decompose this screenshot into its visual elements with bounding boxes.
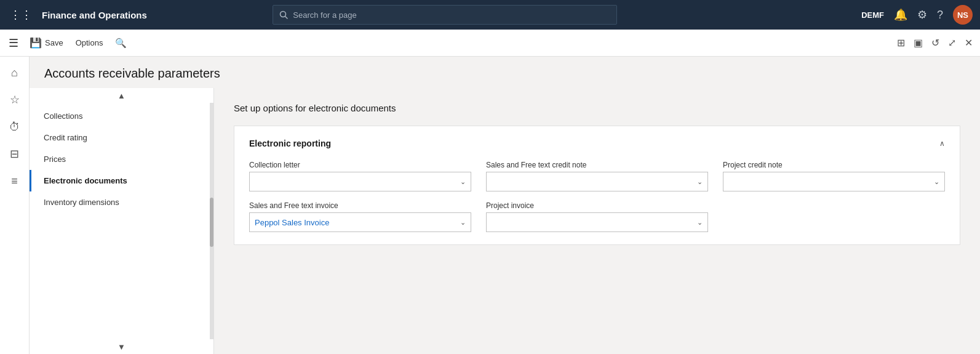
- card-header: Electronic reporting ∧: [249, 139, 945, 148]
- chevron-down-icon: ⌄: [460, 219, 466, 227]
- refresh-icon[interactable]: ↺: [929, 34, 942, 51]
- save-button[interactable]: 💾 Save: [25, 34, 68, 51]
- hamburger-button[interactable]: ☰: [5, 33, 22, 54]
- top-nav-right: DEMF 🔔 ⚙ ? NS: [861, 5, 973, 25]
- main-content: Set up options for electronic documents …: [214, 88, 980, 354]
- scrollbar-thumb: [210, 198, 213, 247]
- label-project-invoice: Project invoice: [486, 201, 708, 210]
- reading-mode-icon[interactable]: ▣: [911, 34, 925, 51]
- page-title-bar: Accounts receivable parameters: [30, 57, 980, 88]
- content-area: Accounts receivable parameters ▲ Collect…: [30, 57, 980, 354]
- left-nav-scrollbar[interactable]: [210, 103, 213, 339]
- action-search-icon[interactable]: 🔍: [110, 35, 132, 51]
- nav-item-credit-rating[interactable]: Credit rating: [30, 127, 213, 148]
- search-placeholder: Search for a page: [293, 10, 356, 20]
- label-project-credit-note: Project credit note: [723, 161, 945, 169]
- expand-icon[interactable]: ⤢: [946, 34, 958, 51]
- inner-layout: ▲ Collections Credit rating Prices Elect…: [30, 88, 980, 354]
- nav-item-prices[interactable]: Prices: [30, 148, 213, 170]
- chevron-down-icon: ⌄: [934, 178, 939, 186]
- select-sales-free-text-invoice-value: Peppol Sales Invoice: [255, 218, 329, 227]
- collapse-icon[interactable]: ∧: [939, 139, 945, 148]
- scroll-down-arrow[interactable]: ▼: [30, 339, 213, 354]
- sidebar-favorites-icon[interactable]: ☆: [4, 89, 26, 111]
- scroll-up-arrow[interactable]: ▲: [30, 88, 213, 103]
- grid-menu-icon[interactable]: ⋮⋮: [7, 6, 34, 24]
- main-layout: ⌂ ☆ ⏱ ⊟ ≡ Accounts receivable parameters…: [0, 57, 980, 354]
- action-bar: ☰ 💾 Save Options 🔍 ⊞ ▣ ↺ ⤢ ✕: [0, 30, 980, 57]
- nav-item-electronic-documents[interactable]: Electronic documents: [30, 170, 213, 191]
- sidebar-modules-icon[interactable]: ≡: [4, 170, 26, 192]
- chevron-down-icon: ⌄: [697, 178, 703, 186]
- nav-item-inventory-dimensions[interactable]: Inventory dimensions: [30, 191, 213, 213]
- select-collection-letter[interactable]: ⌄: [249, 172, 471, 191]
- app-title: Finance and Operations: [42, 10, 147, 20]
- personalize-icon[interactable]: ⊞: [894, 34, 907, 51]
- save-icon: 💾: [30, 37, 42, 49]
- chevron-down-icon: ⌄: [697, 219, 703, 227]
- select-project-credit-note[interactable]: ⌄: [723, 172, 945, 191]
- field-collection-letter: Collection letter ⌄: [249, 161, 471, 191]
- left-nav-panel: ▲ Collections Credit rating Prices Elect…: [30, 88, 214, 354]
- select-sales-free-text-invoice[interactable]: Peppol Sales Invoice ⌄: [249, 212, 471, 232]
- help-icon[interactable]: ?: [937, 9, 943, 22]
- left-nav-items: Collections Credit rating Prices Electro…: [30, 88, 213, 230]
- card-title: Electronic reporting: [249, 139, 331, 148]
- save-label: Save: [45, 38, 63, 47]
- chevron-down-icon: ⌄: [460, 178, 466, 186]
- sidebar-workspaces-icon[interactable]: ⊟: [4, 143, 26, 165]
- search-icon: [279, 10, 288, 19]
- settings-icon[interactable]: ⚙: [917, 8, 927, 22]
- empty-cell: [723, 201, 945, 232]
- form-grid: Collection letter ⌄ Sales and Free text …: [249, 161, 945, 232]
- electronic-reporting-card: Electronic reporting ∧ Collection letter…: [234, 126, 960, 245]
- label-collection-letter: Collection letter: [249, 161, 471, 169]
- global-search-bar[interactable]: Search for a page: [273, 5, 617, 25]
- nav-item-collections[interactable]: Collections: [30, 105, 213, 127]
- action-bar-right: ⊞ ▣ ↺ ⤢ ✕: [894, 34, 975, 51]
- notification-icon[interactable]: 🔔: [894, 8, 907, 22]
- sidebar-home-icon[interactable]: ⌂: [4, 62, 26, 84]
- close-button[interactable]: ✕: [962, 34, 975, 51]
- select-sales-free-text-credit-note[interactable]: ⌄: [486, 172, 708, 191]
- label-sales-free-text-credit-note: Sales and Free text credit note: [486, 161, 708, 169]
- field-sales-free-text-credit-note: Sales and Free text credit note ⌄: [486, 161, 708, 191]
- sidebar-icons: ⌂ ☆ ⏱ ⊟ ≡: [0, 57, 30, 354]
- top-nav: ⋮⋮ Finance and Operations Search for a p…: [0, 0, 980, 30]
- environment-label: DEMF: [861, 10, 884, 20]
- field-project-credit-note: Project credit note ⌄: [723, 161, 945, 191]
- section-heading: Set up options for electronic documents: [234, 103, 960, 113]
- page-title: Accounts receivable parameters: [44, 66, 965, 81]
- sidebar-recent-icon[interactable]: ⏱: [4, 116, 26, 138]
- svg-line-1: [285, 17, 288, 19]
- user-avatar[interactable]: NS: [953, 5, 973, 25]
- label-sales-free-text-invoice: Sales and Free text invoice: [249, 201, 471, 210]
- field-sales-free-text-invoice: Sales and Free text invoice Peppol Sales…: [249, 201, 471, 232]
- field-project-invoice: Project invoice ⌄: [486, 201, 708, 232]
- scrollbar-track: [210, 103, 213, 339]
- options-button[interactable]: Options: [71, 36, 108, 50]
- select-project-invoice[interactable]: ⌄: [486, 212, 708, 232]
